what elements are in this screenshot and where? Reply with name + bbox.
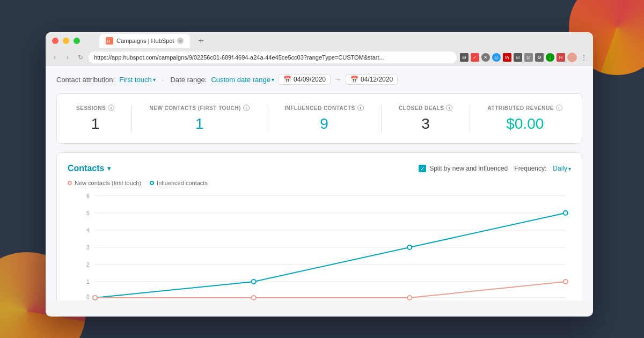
svg-point-24 (252, 296, 256, 300)
svg-text:0: 0 (86, 294, 90, 300)
chart-legend: New contacts (first touch) Influenced co… (68, 180, 571, 186)
browser-window: H Campaigns | HubSpot × + ‹ › ↻ ⊞ ✓ ✕ ◎ … (46, 32, 593, 317)
stat-attributed-revenue: ATTRIBUTED REVENUE i $0.00 (488, 105, 562, 133)
traffic-light-minimize[interactable] (63, 38, 69, 44)
ext-avatar[interactable] (567, 53, 577, 62)
ext-icon-7[interactable]: ⊡ (524, 53, 533, 62)
legend-new-contacts: New contacts (first touch) (68, 180, 141, 186)
stat-sessions: SESSIONS i 1 (76, 105, 114, 133)
ext-icon-8[interactable]: ⚙ (535, 53, 544, 62)
tab-title-text: Campaigns | HubSpot (116, 38, 174, 44)
date-to-picker[interactable]: 📅 04/12/2020 (346, 74, 398, 85)
stats-card: SESSIONS i 1 NEW CONTACTS (FIRST TOUCH) … (56, 93, 582, 144)
frequency-label: Frequency: (514, 165, 546, 172)
new-tab-button[interactable]: + (194, 34, 207, 47)
contact-attribution-label: Contact attribution: (56, 76, 115, 84)
svg-text:4: 4 (86, 227, 90, 233)
calendar-icon: 📅 (283, 76, 291, 83)
chart-header: Contacts ▾ ✓ Split by new and influenced… (68, 164, 571, 173)
nav-forward-button[interactable]: › (63, 53, 72, 62)
revenue-info-icon[interactable]: i (556, 105, 562, 111)
svg-point-22 (564, 211, 568, 215)
ext-icon-6[interactable]: ⊟ (514, 53, 522, 62)
svg-point-23 (93, 296, 97, 300)
svg-point-25 (407, 296, 412, 300)
ext-icon-3[interactable]: ✕ (481, 53, 490, 62)
svg-text:5: 5 (86, 210, 90, 216)
svg-text:2: 2 (86, 262, 90, 268)
filter-separator: · (162, 76, 164, 84)
closed-deals-info-icon[interactable]: i (446, 105, 452, 111)
tab-favicon: H (106, 37, 113, 45)
split-by-checkbox-container[interactable]: ✓ Split by new and influenced (419, 165, 508, 172)
browser-titlebar: H Campaigns | HubSpot × + (46, 32, 593, 49)
chart-controls: ✓ Split by new and influenced Frequency:… (419, 165, 571, 172)
svg-point-21 (407, 245, 412, 249)
traffic-light-close[interactable] (52, 38, 58, 44)
date-range-label: Date range: (170, 76, 207, 84)
browser-menu-button[interactable]: ⋮ (579, 53, 589, 62)
address-bar-row: ‹ › ↻ ⊞ ✓ ✕ ◎ W ⊟ ⊡ ⚙ ↓ H ⋮ (46, 49, 593, 65)
svg-point-26 (564, 280, 568, 284)
legend-dot-salmon (68, 181, 72, 185)
svg-text:H: H (107, 39, 111, 43)
sessions-value: 1 (76, 115, 114, 133)
filter-bar: Contact attribution: First touch ▾ · Dat… (56, 74, 582, 85)
traffic-light-fullscreen[interactable] (74, 38, 80, 44)
ext-icon-5[interactable]: W (503, 53, 511, 62)
ext-icon-2[interactable]: ✓ (471, 53, 479, 62)
ext-icon-10[interactable]: H (557, 53, 565, 62)
address-bar-input[interactable] (89, 52, 457, 63)
new-contacts-info-icon[interactable]: i (243, 105, 250, 111)
stat-closed-deals: CLOSED DEALS i 3 (399, 105, 452, 133)
first-touch-filter[interactable]: First touch ▾ (119, 76, 156, 84)
date-range-arrow: → (335, 76, 341, 83)
browser-tab-active[interactable]: H Campaigns | HubSpot × (99, 34, 190, 48)
svg-text:1: 1 (86, 279, 90, 285)
browser-chrome: H Campaigns | HubSpot × + ‹ › ↻ ⊞ ✓ ✕ ◎ … (46, 32, 593, 65)
stat-new-contacts: NEW CONTACTS (FIRST TOUCH) i 1 (149, 105, 249, 133)
svg-text:3: 3 (86, 245, 90, 251)
chart-area: 6 5 4 3 2 1 0 4/9/2020 4/10/2020 4/11/20… (68, 190, 571, 300)
legend-influenced-contacts: Influenced contacts (150, 180, 208, 186)
split-by-checkbox[interactable]: ✓ (419, 165, 426, 172)
new-contacts-value: 1 (149, 115, 249, 133)
nav-back-button[interactable]: ‹ (50, 53, 60, 62)
frequency-dropdown[interactable]: Daily ▾ (553, 165, 571, 172)
chart-card: Contacts ▾ ✓ Split by new and influenced… (56, 152, 582, 300)
nav-refresh-button[interactable]: ↻ (76, 53, 85, 62)
chart-svg: 6 5 4 3 2 1 0 4/9/2020 4/10/2020 4/11/20… (68, 190, 571, 300)
stat-influenced-contacts: INFLUENCED CONTACTS i 9 (284, 105, 364, 133)
browser-extension-actions: ⊞ ✓ ✕ ◎ W ⊟ ⊡ ⚙ ↓ H ⋮ (460, 53, 589, 62)
stat-divider-2 (267, 105, 267, 132)
stat-divider-1 (131, 105, 132, 132)
page-content: Contact attribution: First touch ▾ · Dat… (46, 65, 593, 300)
calendar-icon-2: 📅 (350, 76, 358, 83)
influenced-contacts-info-icon[interactable]: i (357, 105, 364, 111)
svg-text:6: 6 (86, 193, 90, 199)
attributed-revenue-value: $0.00 (488, 115, 562, 133)
ext-icon-9[interactable]: ↓ (546, 53, 554, 62)
ext-icon-4[interactable]: ◎ (492, 53, 501, 62)
ext-icon-1[interactable]: ⊞ (460, 53, 469, 62)
influenced-contacts-value: 9 (284, 115, 364, 133)
stat-divider-3 (381, 105, 382, 132)
svg-point-20 (252, 280, 256, 284)
sessions-info-icon[interactable]: i (108, 105, 114, 111)
tab-close-button[interactable]: × (177, 38, 184, 44)
legend-dot-teal (150, 181, 154, 185)
closed-deals-value: 3 (399, 115, 452, 133)
date-from-picker[interactable]: 📅 04/09/2020 (279, 74, 331, 85)
stat-divider-4 (470, 105, 470, 132)
date-range-filter[interactable]: Custom date range ▾ (211, 76, 274, 84)
chart-title-button[interactable]: Contacts ▾ (68, 164, 111, 173)
